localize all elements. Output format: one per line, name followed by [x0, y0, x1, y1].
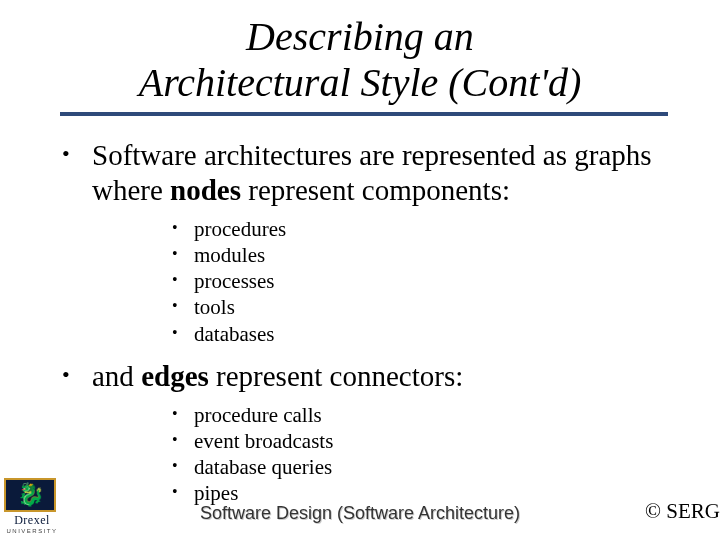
list-item: •event broadcasts: [172, 428, 680, 454]
node-item: procedures: [194, 216, 286, 242]
bullet-dot-icon: •: [62, 359, 92, 394]
footer: 🐉 Drexel UNIVERSITY Software Design (Sof…: [0, 478, 720, 534]
title-block: Describing an Architectural Style (Cont'…: [0, 0, 720, 106]
node-item: processes: [194, 268, 274, 294]
logo-sub: UNIVERSITY: [4, 528, 60, 534]
sub-bullet-icon: •: [172, 294, 194, 320]
bullet2-post: represent connectors:: [209, 360, 463, 392]
nodes-list: •procedures •modules •processes •tools •…: [62, 212, 680, 359]
sub-bullet-icon: •: [172, 242, 194, 268]
node-item: modules: [194, 242, 265, 268]
title-line-2: Architectural Style (Cont'd): [139, 60, 582, 105]
slide-body: • Software architectures are represented…: [0, 116, 720, 519]
list-item: •processes: [172, 268, 680, 294]
list-item: •modules: [172, 242, 680, 268]
bullet-dot-icon: •: [62, 138, 92, 208]
list-item: •databases: [172, 321, 680, 347]
slide: Describing an Architectural Style (Cont'…: [0, 0, 720, 540]
list-item: •procedure calls: [172, 402, 680, 428]
bullet-edges-text: and edges represent connectors:: [92, 359, 680, 394]
sub-bullet-icon: •: [172, 402, 194, 428]
sub-bullet-icon: •: [172, 428, 194, 454]
footer-center: Software Design (Software Architecture): [0, 503, 720, 524]
bullet-edges: • and edges represent connectors:: [62, 359, 680, 394]
list-item: •procedures: [172, 216, 680, 242]
sub-bullet-icon: •: [172, 268, 194, 294]
edge-item: database queries: [194, 454, 332, 480]
list-item: •tools: [172, 294, 680, 320]
edge-item: procedure calls: [194, 402, 322, 428]
bullet-nodes: • Software architectures are represented…: [62, 138, 680, 208]
bullet-nodes-text: Software architectures are represented a…: [92, 138, 680, 208]
node-item: tools: [194, 294, 235, 320]
sub-bullet-icon: •: [172, 216, 194, 242]
sub-bullet-icon: •: [172, 321, 194, 347]
bullet2-bold: edges: [141, 360, 209, 392]
title-line-1: Describing an: [246, 14, 474, 59]
list-item: •database queries: [172, 454, 680, 480]
bullet2-pre: and: [92, 360, 141, 392]
bullet1-post: represent components:: [241, 174, 510, 206]
node-item: databases: [194, 321, 274, 347]
bullet1-bold: nodes: [170, 174, 241, 206]
edge-item: event broadcasts: [194, 428, 333, 454]
sub-bullet-icon: •: [172, 454, 194, 480]
slide-title: Describing an Architectural Style (Cont'…: [139, 14, 582, 106]
footer-right: © SERG: [645, 499, 720, 524]
